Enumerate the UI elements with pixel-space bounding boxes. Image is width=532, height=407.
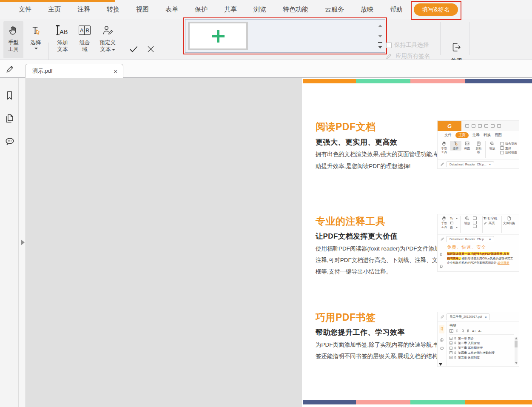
thumb1-menu-convert: 转换 — [484, 133, 491, 138]
thumb3-tabrow: 员工手册_20120917.pdf × — [438, 312, 519, 322]
foxit-reader-window: 文件 主页 注释 转换 视图 表单 保护 共享 浏览 特色功能 云服务 放映 帮… — [0, 0, 532, 407]
bookmark-item: +第二章 入职管理 — [449, 341, 514, 345]
thumb1-menu-view: 视图 — [495, 133, 502, 138]
menu-tab-comment[interactable]: 注释 — [77, 6, 90, 14]
pdf-page: 阅读PDF文档 更强大、更实用、更高效 拥有出色的文档渲染效果,强大的页面管理功… — [302, 78, 532, 407]
bookmark-panel-title: 书签 — [449, 323, 514, 328]
add-text-button[interactable]: AB 添加文本 — [52, 21, 73, 58]
bookmark-icon — [4, 90, 15, 101]
thumb2-hand-tool: 手型工具 — [438, 216, 450, 229]
thumb1-menu-comment: 注释 — [472, 133, 480, 138]
bookmark-icon — [439, 251, 443, 259]
document-tab[interactable]: 演示.pdf × — [25, 64, 123, 78]
document-tab-bar: 演示.pdf × — [0, 60, 532, 78]
apply-all-signatures-label: 应用所有签名 — [395, 52, 430, 60]
panel-expand-handle[interactable] — [21, 239, 25, 245]
thumb1-menu-file: 文件 — [444, 133, 452, 138]
close-icon: × — [489, 237, 491, 241]
pages-panel-button[interactable] — [4, 113, 15, 126]
add-text-icon: AB — [57, 21, 68, 39]
save-icon — [472, 124, 475, 128]
comment-icon — [4, 136, 15, 147]
magnifier-icon — [464, 216, 470, 221]
person-pencil-icon — [102, 21, 114, 39]
fit-page-icon — [500, 142, 504, 145]
thumb3-bookmark-panel: 书签 ≡ A+ A- +第一章 简介 +第二章 入职管理 +第三 — [447, 322, 519, 367]
bookmark-list: +第一章 简介 +第二章 入职管理 +第三章 试用期管理 +第四章 工作时间与考… — [449, 336, 514, 360]
thumb1-zoom-tool: 缩放 — [486, 141, 498, 151]
check-stamp-button[interactable] — [128, 44, 139, 54]
cross-stamp-button[interactable] — [146, 45, 155, 54]
hand-tool-button[interactable]: 手型工具 — [3, 21, 23, 58]
thumb3-doc-tab: 员工手册_20120917.pdf × — [446, 313, 490, 320]
bookmark-ui-thumbnail: 员工手册_20120917.pdf × 书签 — [437, 312, 519, 367]
pages-icon — [439, 263, 443, 270]
thumb2-divider — [501, 216, 502, 233]
comments-panel-button[interactable] — [4, 136, 15, 149]
annotate-ui-thumbnail: 手型工具 To 自 缩放 — [437, 214, 519, 272]
mail-icon — [484, 124, 488, 128]
pen-icon — [385, 52, 393, 60]
gallery-expand-button[interactable] — [378, 46, 382, 48]
section3-title: 巧用PDF书签 — [316, 311, 376, 324]
snapshot-icon — [464, 141, 470, 146]
chevron-down-icon — [34, 48, 38, 49]
keep-tool-label: 保持工具选择 — [394, 41, 429, 49]
close-icon: × — [485, 315, 487, 319]
menu-tab-protect[interactable]: 保护 — [195, 6, 208, 14]
gallery-expand-icon — [378, 42, 382, 43]
menu-tabs: 文件 主页 注释 转换 视图 表单 保护 共享 浏览 特色功能 云服务 放映 帮… — [19, 0, 403, 19]
menu-tab-features[interactable]: 特色功能 — [283, 6, 308, 14]
bookmark-item: +第五章 休假制度 — [449, 355, 514, 360]
menu-tab-convert[interactable]: 转换 — [107, 6, 119, 14]
highlighted-text: 档与表单。 — [447, 257, 461, 260]
thumb2-typewriter-cluster: TI打字机 高亮 — [484, 216, 501, 225]
signature-gallery — [185, 19, 385, 53]
thumb1-snapshot-tool: 截图 — [461, 141, 473, 151]
menu-tab-form[interactable]: 表单 — [165, 6, 178, 14]
scrollbar-thumb — [515, 341, 518, 347]
bookmark-icon — [454, 336, 457, 340]
hand-tool-label: 手型工具 — [8, 39, 19, 53]
tab-close-button[interactable]: × — [114, 68, 117, 74]
bookmark-icon — [454, 346, 457, 350]
ribbon-divider — [469, 22, 469, 55]
add-text-label: 添加文本 — [57, 39, 68, 53]
menu-tab-file[interactable]: 文件 — [19, 6, 31, 14]
thumb1-menu-home-active: 主页 — [455, 132, 469, 138]
section1-subtitle: 更强大、更实用、更高效 — [316, 137, 398, 147]
pencil-icon — [440, 235, 444, 243]
page-bottom-stripe — [303, 400, 532, 404]
add-signature-tile[interactable] — [188, 22, 248, 50]
gallery-scroll-down-button[interactable] — [378, 35, 382, 37]
bookmark-panel-button[interactable] — [4, 90, 15, 103]
select-tool-label: 选择 — [31, 39, 41, 46]
combine-field-label: 组合域 — [79, 39, 91, 53]
combine-field-button[interactable]: AB 组合域 — [74, 21, 95, 58]
select-tool-button[interactable]: 选择 — [26, 21, 46, 58]
menu-tab-home[interactable]: 主页 — [48, 6, 61, 14]
highlighted-text: 福昕阅读器是一款功能强大的PDF阅读软件,具有 — [447, 252, 509, 255]
menu-tab-view[interactable]: 视图 — [136, 6, 149, 14]
export-icon — [491, 124, 495, 128]
thumb1-tabrow: Datasheet_Reader_CN.p... × — [438, 160, 519, 168]
menu-tab-fill-sign-active[interactable]: 填写&签名 — [414, 3, 458, 16]
menu-tab-help[interactable]: 帮助 — [390, 6, 403, 14]
thumb2-doc-heading: 免费、快速、安全 — [447, 245, 516, 250]
menu-tab-cloud[interactable]: 云服务 — [325, 6, 344, 14]
menu-tab-share[interactable]: 共享 — [224, 6, 237, 14]
predefined-text-button[interactable]: 预定义文本 — [95, 21, 120, 58]
document-area: 阅读PDF文档 更强大、更实用、更高效 拥有出色的文档渲染效果,强大的页面管理功… — [0, 78, 532, 407]
keep-tool-checkbox[interactable] — [386, 43, 392, 48]
menu-tab-slideshow[interactable]: 放映 — [361, 6, 373, 14]
menu-tab-browse[interactable]: 浏览 — [253, 6, 266, 14]
pencil-icon[interactable] — [5, 65, 14, 76]
thumb2-select-cluster: To 自 — [450, 216, 459, 229]
scroll-corner-icon — [439, 363, 442, 366]
keep-tool-selection[interactable]: 保持工具选择 — [386, 41, 429, 49]
gallery-scroll-up-button[interactable] — [378, 25, 382, 27]
magnifier-icon — [489, 141, 495, 146]
file-icon — [506, 216, 512, 221]
apply-all-signatures-button[interactable]: 应用所有签名 — [385, 52, 430, 60]
reader-ui-thumbnail: G 文件 主页 注释 转换 视图 手型工具 — [437, 120, 519, 169]
